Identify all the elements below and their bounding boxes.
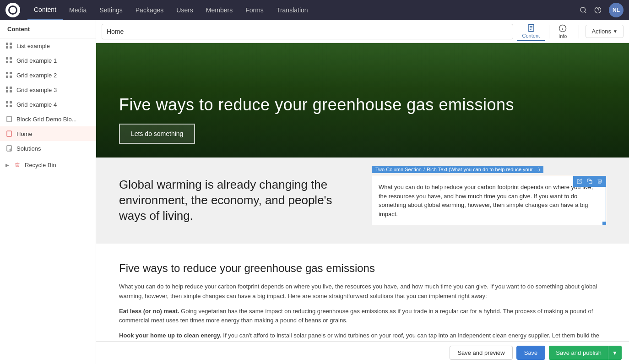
two-col-heading: Global warming is already changing the e…: [119, 177, 353, 223]
content-point1: Eat less (or no) meat. Going vegetarian …: [119, 307, 606, 326]
trash-icon: [14, 161, 21, 168]
sidebar-item-home[interactable]: Home: [0, 126, 96, 141]
point2-bold: Hook your home up to clean energy.: [119, 332, 222, 339]
section-label: Two Column Section: [375, 167, 422, 172]
rich-text-type-label: Rich Text (What you can do to help reduc…: [427, 167, 540, 172]
grid-icon: [5, 86, 13, 93]
sidebar-item-grid4[interactable]: Grid example 4: [0, 97, 96, 112]
sidebar-header: Content: [0, 20, 96, 38]
page-icon: [5, 115, 13, 123]
rich-text-box[interactable]: What you can do to help reduce your carb…: [372, 176, 606, 225]
rich-text-label: Two Column Section / Rich Text (What you…: [372, 166, 543, 173]
point1-bold: Eat less (or no) meat.: [119, 308, 179, 315]
nav-item-packages[interactable]: Packages: [129, 0, 170, 20]
topbar-divider2: [579, 25, 579, 38]
sidebar-item-label: Grid example 3: [16, 87, 57, 93]
sidebar-item-grid2[interactable]: Grid example 2: [0, 68, 96, 82]
sidebar-item-recycle-bin[interactable]: ▶ Recycle Bin: [0, 158, 96, 172]
preview-wrapper: Five ways to reduce your greenhouse gas …: [96, 43, 629, 364]
content-point2: Hook your home up to clean energy. If yo…: [119, 331, 606, 341]
edit-icon[interactable]: [575, 177, 584, 186]
svg-line-1: [585, 11, 586, 13]
topbar-divider: [549, 25, 549, 38]
topbar-tabs: Content Info: [517, 22, 573, 41]
main-content-section: Five ways to reduce your greenhouse gas …: [96, 244, 629, 341]
user-avatar[interactable]: NL: [609, 3, 624, 17]
content-topbar: Content Info Actions ▼: [96, 20, 629, 43]
grid-icon: [5, 42, 13, 49]
resize-handle[interactable]: [602, 222, 606, 225]
page-icon: [5, 130, 13, 137]
nav-item-members[interactable]: Members: [200, 0, 239, 20]
main-layout: Content List example Grid example 1 Grid…: [0, 20, 629, 364]
sidebar: Content List example Grid example 1 Grid…: [0, 20, 96, 364]
sidebar-item-grid3[interactable]: Grid example 3: [0, 82, 96, 97]
tab-content[interactable]: Content: [517, 22, 546, 41]
save-button[interactable]: Save: [516, 346, 546, 360]
svg-point-7: [10, 149, 12, 151]
point1-text: Going vegetarian has the same impact on …: [119, 308, 593, 324]
rich-text-content: What you can do to help reduce your carb…: [379, 183, 599, 218]
sidebar-item-solutions[interactable]: Solutions: [0, 141, 96, 156]
hero-section: Five ways to reduce your greenhouse gas …: [96, 43, 629, 158]
grid-icon: [5, 71, 13, 79]
sidebar-item-block-grid-demo[interactable]: Block Grid Demo Blo...: [0, 112, 96, 126]
hero-title: Five ways to reduce your greenhouse gas …: [119, 95, 514, 114]
svg-rect-4: [7, 116, 11, 122]
help-icon[interactable]: [591, 3, 605, 17]
actions-label: Actions: [591, 28, 611, 35]
sidebar-item-label: Recycle Bin: [25, 162, 56, 168]
two-col-right: Two Column Section / Rich Text (What you…: [372, 176, 606, 225]
content-intro: What you can do to help reduce your carb…: [119, 282, 606, 301]
nav-item-translation[interactable]: Translation: [270, 0, 314, 20]
save-preview-button[interactable]: Save and preview: [450, 346, 512, 360]
label-divider: /: [423, 167, 425, 172]
nav-item-settings[interactable]: Settings: [93, 0, 129, 20]
point2-text: If you can't afford to install solar pan…: [223, 332, 599, 339]
save-publish-button[interactable]: Save and publish: [549, 346, 608, 360]
two-col-left: Global warming is already changing the e…: [119, 177, 353, 223]
tab-info[interactable]: Info: [553, 22, 572, 41]
sidebar-item-list-example[interactable]: List example: [0, 38, 96, 53]
page-name-input[interactable]: [102, 24, 513, 39]
save-publish-group: Save and publish ▼: [549, 346, 622, 360]
sidebar-item-label: Home: [16, 130, 33, 137]
page-special-icon: [5, 145, 13, 152]
grid-icon: [5, 57, 13, 64]
content-heading: Five ways to reduce your greenhouse gas …: [119, 262, 606, 275]
app-logo[interactable]: [5, 3, 20, 17]
nav-item-forms[interactable]: Forms: [239, 0, 270, 20]
expand-icon: ▶: [5, 163, 9, 168]
sidebar-item-label: Solutions: [16, 145, 41, 152]
chevron-down-icon: ▼: [613, 29, 618, 34]
save-publish-dropdown[interactable]: ▼: [608, 346, 622, 360]
svg-point-0: [580, 7, 586, 12]
nav-item-users[interactable]: Users: [170, 0, 200, 20]
hero-cta-button[interactable]: Lets do something: [119, 124, 195, 144]
tab-content-label: Content: [522, 33, 540, 38]
search-icon[interactable]: [576, 3, 591, 17]
sidebar-item-grid1[interactable]: Grid example 1: [0, 53, 96, 68]
nav-item-content[interactable]: Content: [27, 0, 63, 20]
bottom-bar: Save and preview Save Save and publish ▼: [96, 341, 629, 364]
delete-icon[interactable]: [595, 177, 604, 186]
sidebar-item-label: Grid example 2: [16, 72, 57, 79]
two-column-section: Global warming is already changing the e…: [96, 158, 629, 244]
copy-icon[interactable]: [585, 177, 594, 186]
content-area: Content Info Actions ▼: [96, 20, 629, 364]
grid-icon: [5, 101, 13, 108]
svg-rect-5: [7, 131, 11, 136]
actions-button[interactable]: Actions ▼: [586, 25, 624, 38]
sidebar-item-label: Grid example 1: [16, 57, 57, 64]
top-navigation: Content Media Settings Packages Users Me…: [0, 0, 629, 20]
preview-area: Five ways to reduce your greenhouse gas …: [96, 43, 629, 341]
nav-item-media[interactable]: Media: [63, 0, 93, 20]
svg-rect-15: [589, 181, 592, 184]
rich-text-action-buttons: [573, 176, 606, 187]
sidebar-item-label: Grid example 4: [16, 101, 57, 108]
hero-content: Five ways to reduce your greenhouse gas …: [119, 95, 514, 144]
sidebar-item-label: Block Grid Demo Blo...: [16, 116, 77, 123]
sidebar-item-label: List example: [16, 43, 50, 49]
tab-info-label: Info: [559, 33, 567, 39]
